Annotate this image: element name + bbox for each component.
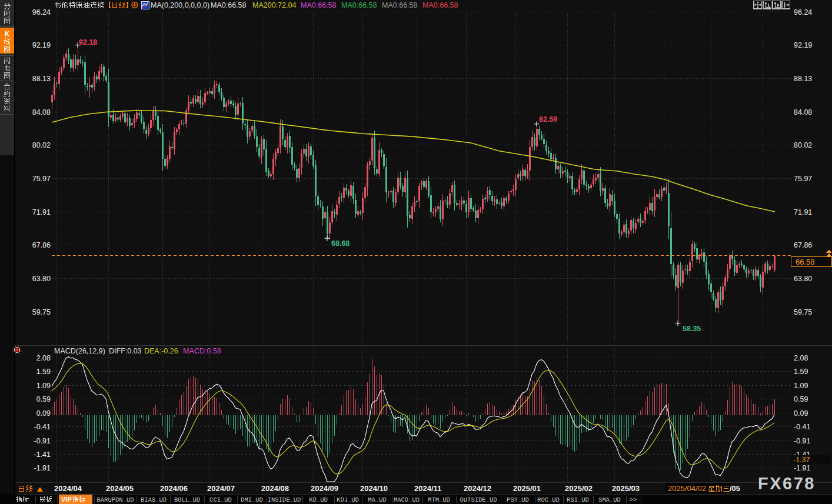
svg-text:-0.41: -0.41 bbox=[794, 423, 811, 431]
svg-text:MACD:0.58: MACD:0.58 bbox=[183, 347, 221, 355]
svg-text:MA0:66.58: MA0:66.58 bbox=[211, 1, 247, 9]
svg-text:0.09: 0.09 bbox=[36, 409, 51, 418]
svg-text:2024/05: 2024/05 bbox=[106, 484, 134, 493]
svg-text:2025/04/02: 2025/04/02 bbox=[668, 484, 706, 493]
svg-text:66.58: 66.58 bbox=[796, 258, 815, 266]
svg-text:92.19: 92.19 bbox=[794, 41, 812, 49]
svg-text:MA0:66.58: MA0:66.58 bbox=[301, 1, 337, 9]
svg-text:71.91: 71.91 bbox=[794, 208, 812, 216]
svg-text:-0.41: -0.41 bbox=[34, 423, 51, 431]
svg-text:/05: /05 bbox=[730, 484, 740, 493]
svg-text:84.08: 84.08 bbox=[794, 108, 812, 116]
svg-text:0.59: 0.59 bbox=[36, 395, 51, 403]
svg-text:2.08: 2.08 bbox=[794, 354, 808, 362]
svg-text:1.59: 1.59 bbox=[794, 368, 808, 376]
svg-text:71.91: 71.91 bbox=[32, 208, 51, 216]
svg-text:1.09: 1.09 bbox=[36, 382, 51, 390]
svg-text:-1.91: -1.91 bbox=[794, 464, 811, 472]
svg-text:63.80: 63.80 bbox=[794, 275, 812, 283]
svg-text:BARUPDN_UD: BARUPDN_UD bbox=[96, 496, 134, 503]
svg-text:96.24: 96.24 bbox=[794, 8, 812, 16]
svg-text:58.35: 58.35 bbox=[683, 325, 701, 333]
svg-text:1.09: 1.09 bbox=[794, 382, 808, 390]
svg-text:OUTSIDE_UD: OUTSIDE_UD bbox=[460, 496, 497, 503]
svg-text:67.86: 67.86 bbox=[794, 241, 812, 249]
svg-text:MA_UD: MA_UD bbox=[368, 496, 387, 503]
svg-text:BIAS_UD: BIAS_UD bbox=[141, 496, 167, 503]
svg-text:DMI_UD: DMI_UD bbox=[241, 496, 263, 503]
svg-text:MA0:66.58: MA0:66.58 bbox=[422, 1, 458, 9]
svg-text:MA0:66.58: MA0:66.58 bbox=[382, 1, 418, 9]
svg-text:MA200:72.04: MA200:72.04 bbox=[252, 1, 296, 9]
svg-text:59.75: 59.75 bbox=[794, 308, 812, 316]
svg-text:96.24: 96.24 bbox=[32, 8, 51, 16]
svg-text:-1.37: -1.37 bbox=[793, 456, 810, 464]
svg-text:MTM_UD: MTM_UD bbox=[428, 496, 450, 503]
svg-text:80.02: 80.02 bbox=[32, 141, 51, 149]
svg-text:ROC_UD: ROC_UD bbox=[537, 496, 560, 503]
svg-text:INSIDE_UD: INSIDE_UD bbox=[268, 496, 301, 503]
svg-text:75.97: 75.97 bbox=[32, 175, 51, 183]
svg-text:2.08: 2.08 bbox=[36, 354, 51, 362]
svg-text:2024/09: 2024/09 bbox=[311, 484, 338, 493]
svg-text:2024/06: 2024/06 bbox=[160, 484, 188, 493]
svg-text:MA(0,200,0,0,0,0): MA(0,200,0,0,0,0) bbox=[151, 1, 209, 9]
svg-text:80.02: 80.02 bbox=[794, 141, 812, 149]
svg-text:92.18: 92.18 bbox=[79, 38, 97, 46]
svg-text:DEA:-0.26: DEA:-0.26 bbox=[144, 347, 178, 355]
svg-text:RSI_UD: RSI_UD bbox=[567, 496, 589, 503]
svg-text:63.80: 63.80 bbox=[32, 275, 51, 283]
svg-text:2024/11: 2024/11 bbox=[414, 484, 441, 493]
svg-text:2024/07: 2024/07 bbox=[207, 484, 235, 493]
svg-text:-0.91: -0.91 bbox=[794, 437, 811, 445]
svg-text:-0.91: -0.91 bbox=[34, 437, 51, 445]
svg-text:K: K bbox=[5, 30, 10, 38]
svg-text:84.08: 84.08 bbox=[32, 108, 51, 116]
svg-text:KDJ_UD: KDJ_UD bbox=[337, 496, 359, 503]
svg-text:-1.91: -1.91 bbox=[34, 464, 51, 472]
svg-text:2024/12: 2024/12 bbox=[464, 484, 491, 493]
svg-text:SMA_UD: SMA_UD bbox=[598, 496, 621, 503]
svg-text:DIFF:0.03: DIFF:0.03 bbox=[109, 347, 142, 355]
svg-text:MACD_UD: MACD_UD bbox=[394, 496, 420, 503]
svg-text:75.97: 75.97 bbox=[794, 175, 812, 183]
svg-text:67.86: 67.86 bbox=[32, 241, 51, 249]
svg-text:2024/10: 2024/10 bbox=[360, 484, 388, 493]
svg-text:>>: >> bbox=[630, 496, 637, 503]
svg-text:MA0:66.58: MA0:66.58 bbox=[341, 1, 377, 9]
svg-text:82.59: 82.59 bbox=[539, 115, 557, 124]
svg-text:0.09: 0.09 bbox=[794, 409, 808, 418]
svg-text:PSY_UD: PSY_UD bbox=[507, 496, 529, 503]
svg-text:68.68: 68.68 bbox=[331, 239, 350, 248]
svg-text:FX678: FX678 bbox=[758, 474, 816, 493]
svg-text:2025/03: 2025/03 bbox=[612, 484, 640, 493]
svg-text:2025/01: 2025/01 bbox=[513, 484, 541, 493]
svg-text:BOLL_UD: BOLL_UD bbox=[174, 496, 200, 503]
svg-text:-1.41: -1.41 bbox=[34, 450, 51, 459]
svg-text:88.13: 88.13 bbox=[794, 75, 812, 83]
svg-text:0.59: 0.59 bbox=[794, 395, 808, 403]
svg-text:59.75: 59.75 bbox=[32, 308, 51, 316]
svg-text:2025/02: 2025/02 bbox=[565, 484, 593, 493]
svg-text:92.19: 92.19 bbox=[32, 41, 51, 49]
svg-text:2024/08: 2024/08 bbox=[261, 484, 289, 493]
svg-text:CCI_UD: CCI_UD bbox=[209, 496, 232, 503]
svg-text:KD_UD: KD_UD bbox=[309, 496, 328, 503]
svg-text:1.59: 1.59 bbox=[36, 368, 51, 376]
svg-text:2024/04: 2024/04 bbox=[54, 484, 82, 493]
svg-text:MACD(26,12,9): MACD(26,12,9) bbox=[54, 347, 105, 355]
svg-text:VIP: VIP bbox=[61, 496, 72, 503]
svg-text:88.13: 88.13 bbox=[32, 75, 51, 83]
